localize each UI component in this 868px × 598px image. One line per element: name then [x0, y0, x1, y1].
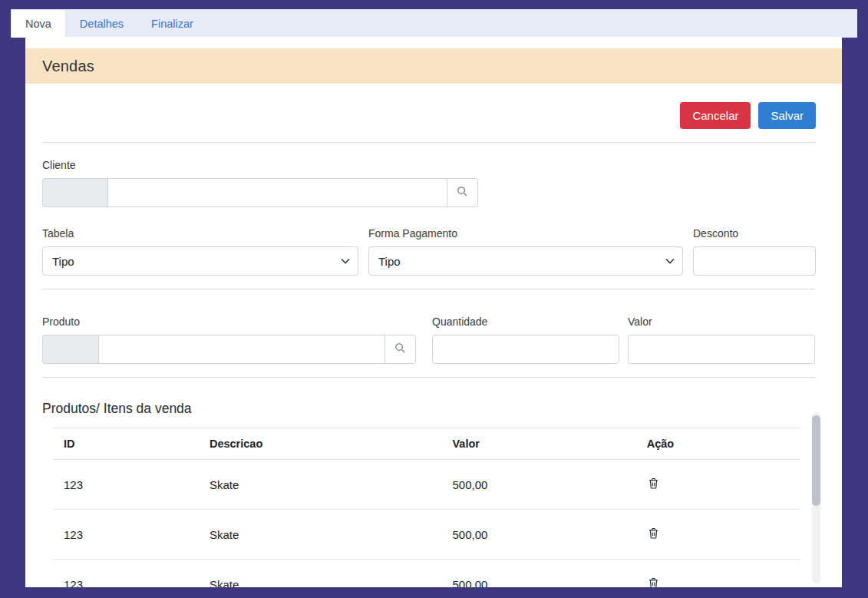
cell-valor: 500,00 — [441, 510, 635, 560]
valor-input[interactable] — [628, 335, 815, 364]
items-table-body: 123 Skate 500,00 123 Skate 500,00 — [53, 460, 800, 588]
delete-item-button[interactable] — [647, 576, 660, 587]
produto-input[interactable] — [98, 335, 385, 364]
produto-id-prefix — [42, 335, 98, 364]
items-table: ID Descricao Valor Ação 123 Skate 500,00 — [53, 428, 800, 587]
items-table-header-row: ID Descricao Valor Ação — [53, 428, 800, 460]
search-icon — [394, 342, 406, 356]
produto-label: Produto — [42, 316, 416, 328]
column-header-valor: Valor — [441, 428, 635, 460]
produto-input-group — [42, 335, 416, 364]
table-row: 123 Skate 500,00 — [53, 460, 800, 510]
cliente-search-button[interactable] — [447, 178, 478, 207]
table-row: 123 Skate 500,00 — [53, 560, 800, 588]
cell-id: 123 — [53, 510, 199, 560]
desconto-input[interactable] — [693, 246, 816, 276]
produto-group: Produto — [42, 316, 416, 364]
tab-detalhes-label: Detalhes — [80, 18, 124, 30]
items-section-title: Produtos/ Itens da venda — [42, 401, 816, 417]
cancel-button[interactable]: Cancelar — [680, 102, 751, 129]
cliente-id-prefix — [42, 178, 107, 207]
items-scrollbar-thumb[interactable] — [812, 415, 820, 506]
cell-id: 123 — [53, 560, 199, 588]
save-button[interactable]: Salvar — [758, 102, 816, 129]
divider-top — [42, 142, 816, 143]
cliente-input[interactable] — [107, 178, 447, 207]
divider-bottom — [42, 377, 816, 378]
tabela-group: Tabela Tipo — [42, 227, 358, 276]
trash-icon — [649, 477, 658, 491]
cliente-group: Cliente — [42, 159, 816, 207]
tab-bar: Nova Detalhes Finalizar — [11, 9, 857, 38]
tab-detalhes[interactable]: Detalhes — [66, 9, 137, 38]
delete-item-button[interactable] — [647, 476, 660, 493]
cell-acao — [636, 460, 800, 510]
cell-descricao: Skate — [199, 460, 442, 510]
divider-middle — [42, 289, 816, 289]
cell-descricao: Skate — [199, 510, 442, 560]
desconto-label: Desconto — [693, 227, 816, 240]
product-row: Produto Quantidade — [42, 316, 816, 364]
action-buttons: Cancelar Salvar — [42, 102, 816, 129]
cell-id: 123 — [53, 460, 199, 510]
quantidade-label: Quantidade — [432, 316, 619, 328]
desconto-group: Desconto — [693, 227, 816, 276]
column-header-descricao: Descricao — [199, 428, 442, 460]
delete-item-button[interactable] — [647, 526, 660, 543]
tab-nova-label: Nova — [25, 18, 51, 30]
quantidade-input[interactable] — [432, 335, 619, 364]
valor-group: Valor — [628, 316, 815, 364]
column-header-acao: Ação — [636, 428, 800, 460]
cell-acao — [636, 560, 800, 588]
cell-acao — [636, 510, 800, 560]
trash-icon — [649, 577, 658, 587]
trash-icon — [649, 527, 658, 541]
cliente-label: Cliente — [42, 159, 816, 171]
forma-pagamento-label: Forma Pagamento — [368, 227, 683, 240]
page-header: Vendas — [25, 48, 842, 84]
cell-valor: 500,00 — [441, 460, 635, 510]
produto-search-button[interactable] — [385, 335, 416, 364]
column-header-id: ID — [53, 428, 199, 460]
page-title: Vendas — [42, 58, 94, 75]
forma-pagamento-select[interactable]: Tipo — [368, 246, 683, 276]
cell-descricao: Skate — [199, 560, 442, 588]
tabela-label: Tabela — [42, 227, 358, 240]
search-icon — [457, 186, 468, 200]
tab-finalizar[interactable]: Finalizar — [137, 9, 207, 38]
payment-row: Tabela Tipo Forma Pagamento Tip — [42, 227, 816, 276]
tabela-select[interactable]: Tipo — [42, 246, 358, 276]
quantidade-group: Quantidade — [432, 316, 619, 364]
form-content: Cancelar Salvar Cliente — [25, 102, 842, 587]
items-scrollbar[interactable] — [812, 412, 820, 583]
tab-finalizar-label: Finalizar — [151, 18, 193, 30]
vendas-card: Vendas Cancelar Salvar Cliente — [25, 37, 842, 587]
valor-label: Valor — [628, 316, 815, 328]
table-row: 123 Skate 500,00 — [53, 510, 800, 560]
forma-pagamento-group: Forma Pagamento Tipo — [368, 227, 683, 276]
cell-valor: 500,00 — [441, 560, 635, 588]
cliente-input-group — [42, 178, 478, 207]
tab-nova[interactable]: Nova — [11, 9, 66, 38]
